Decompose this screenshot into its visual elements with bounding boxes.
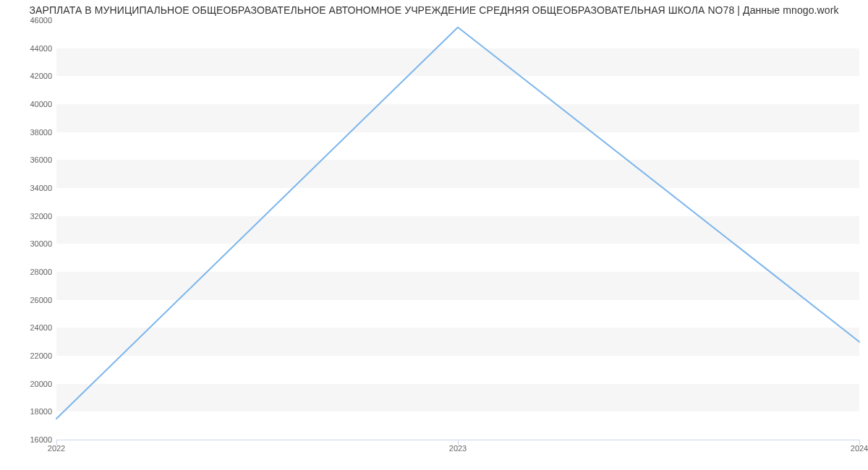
y-tick-label: 36000 (9, 155, 52, 164)
y-tick-label: 32000 (9, 212, 52, 221)
x-tick-label: 2023 (449, 444, 467, 453)
plot-area (56, 20, 859, 440)
y-tick-label: 20000 (9, 380, 52, 388)
y-tick-label: 46000 (9, 16, 52, 25)
line-layer (56, 20, 859, 440)
y-tick-label: 30000 (9, 239, 52, 248)
chart-container: ЗАРПЛАТА В МУНИЦИПАЛЬНОЕ ОБЩЕОБРАЗОВАТЕЛ… (0, 0, 868, 470)
y-tick-label: 24000 (9, 323, 52, 332)
y-tick-label: 18000 (9, 407, 52, 416)
y-tick-label: 28000 (9, 268, 52, 276)
x-tick-label: 2022 (48, 444, 65, 453)
y-tick-label: 42000 (9, 72, 52, 80)
y-tick-label: 22000 (9, 351, 52, 360)
y-tick-label: 44000 (9, 44, 52, 53)
y-tick-label: 38000 (9, 128, 52, 137)
x-tick-label: 2024 (851, 444, 868, 453)
y-tick-label: 26000 (9, 296, 52, 304)
y-tick-label: 40000 (9, 100, 52, 108)
y-tick-label: 16000 (9, 435, 52, 444)
y-tick-label: 34000 (9, 184, 52, 192)
chart-title: ЗАРПЛАТА В МУНИЦИПАЛЬНОЕ ОБЩЕОБРАЗОВАТЕЛ… (0, 4, 868, 16)
series-line (56, 27, 859, 419)
